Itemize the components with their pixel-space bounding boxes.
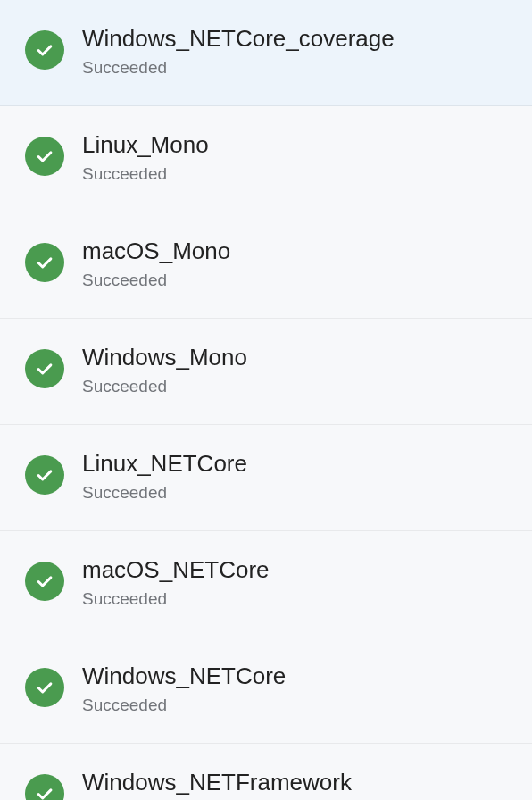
list-item[interactable]: Windows_NETCore_coverageSucceeded <box>0 0 532 106</box>
checkmark-icon <box>25 774 64 800</box>
item-text-col: macOS_MonoSucceeded <box>82 238 230 291</box>
item-status: Succeeded <box>82 483 247 504</box>
list-item[interactable]: Windows_MonoSucceeded <box>0 319 532 425</box>
checkmark-icon <box>25 137 64 176</box>
list-item[interactable]: Windows_NETCoreSucceeded <box>0 638 532 744</box>
list-item[interactable]: Linux_NETCoreSucceeded <box>0 425 532 531</box>
item-name: Linux_Mono <box>82 131 209 159</box>
item-status: Succeeded <box>82 589 270 610</box>
item-status: Succeeded <box>82 271 230 291</box>
item-name: Windows_NETCore <box>82 662 286 690</box>
item-name: Windows_NETFramework <box>82 769 352 796</box>
checkmark-icon <box>25 30 64 70</box>
checkmark-icon <box>25 668 64 707</box>
item-name: Windows_Mono <box>82 344 247 371</box>
item-text-col: macOS_NETCoreSucceeded <box>82 556 270 610</box>
item-name: macOS_Mono <box>82 238 230 265</box>
item-text-col: Windows_NETCore_coverageSucceeded <box>82 25 395 79</box>
item-text-col: Linux_MonoSucceeded <box>82 131 209 185</box>
item-text-col: Windows_MonoSucceeded <box>82 344 247 397</box>
item-text-col: Linux_NETCoreSucceeded <box>82 450 247 504</box>
item-status: Succeeded <box>82 377 247 397</box>
jobs-list: Windows_NETCore_coverageSucceededLinux_M… <box>0 0 532 800</box>
list-item[interactable]: Windows_NETFrameworkSucceeded <box>0 744 532 800</box>
checkmark-icon <box>25 455 64 495</box>
list-item[interactable]: macOS_MonoSucceeded <box>0 212 532 319</box>
checkmark-icon <box>25 562 64 601</box>
item-text-col: Windows_NETFrameworkSucceeded <box>82 769 352 800</box>
item-name: Windows_NETCore_coverage <box>82 25 395 53</box>
item-name: macOS_NETCore <box>82 556 270 584</box>
list-item[interactable]: macOS_NETCoreSucceeded <box>0 531 532 638</box>
item-status: Succeeded <box>82 696 286 716</box>
item-name: Linux_NETCore <box>82 450 247 478</box>
checkmark-icon <box>25 349 64 388</box>
checkmark-icon <box>25 243 64 282</box>
list-item[interactable]: Linux_MonoSucceeded <box>0 106 532 212</box>
item-text-col: Windows_NETCoreSucceeded <box>82 662 286 716</box>
item-status: Succeeded <box>82 58 395 79</box>
item-status: Succeeded <box>82 164 209 185</box>
